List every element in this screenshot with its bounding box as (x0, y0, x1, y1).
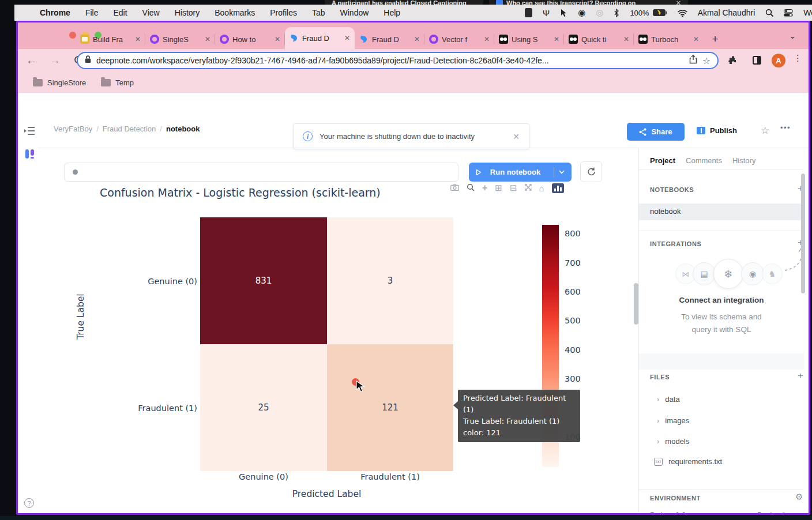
chrome-menu-icon[interactable]: ⋮ (794, 53, 802, 63)
folder-images[interactable]: › images (657, 416, 689, 425)
integrations-header: INTEGRATIONS (650, 240, 702, 247)
chevron-right-icon[interactable]: › (657, 395, 659, 404)
notebook-list-item[interactable]: notebook (639, 204, 804, 220)
connect-integration-title[interactable]: Connect an integration (650, 296, 793, 304)
address-bar[interactable]: deepnote.com/workspace/veryfatboy-2f930b… (77, 52, 719, 69)
file-requirements[interactable]: TXT requirements.txt (654, 457, 722, 466)
tab-fraud-detection-active[interactable]: Fraud D ✕ (285, 27, 355, 49)
book-app-icon[interactable] (525, 8, 532, 17)
menu-bookmarks[interactable]: Bookmarks (215, 8, 255, 17)
control-center-icon[interactable] (784, 9, 793, 17)
folder-data[interactable]: › data (657, 395, 680, 404)
profile-avatar[interactable]: A (772, 54, 785, 67)
menu-chrome[interactable]: Chrome (40, 8, 70, 17)
menu-profiles[interactable]: Profiles (270, 8, 297, 17)
zoom-out-icon[interactable]: ⊟ (510, 183, 517, 193)
machine-type[interactable]: Basic (757, 511, 787, 515)
tab-quick-ti[interactable]: Quick ti ✕ (564, 29, 634, 49)
postgres-icon: ♞ (762, 263, 783, 284)
tab-how-to[interactable]: How to ✕ (215, 29, 285, 49)
bookmark-star-icon[interactable]: ☆ (702, 55, 710, 66)
chevron-right-icon[interactable]: › (657, 437, 659, 446)
more-options-icon[interactable]: ••• (780, 123, 791, 132)
chevron-right-icon[interactable]: › (657, 416, 659, 425)
table-of-contents-icon[interactable] (24, 126, 35, 138)
favorite-star-icon[interactable]: ☆ (761, 125, 769, 137)
tab-build-fra[interactable]: Build Fra ✕ (76, 29, 145, 49)
zoom-in-icon[interactable]: ⊞ (495, 183, 502, 193)
toast-close-icon[interactable]: ✕ (513, 132, 520, 141)
back-button[interactable]: ← (26, 54, 37, 67)
reading-list-icon[interactable] (753, 56, 761, 65)
aperture-icon: ◉ (741, 262, 764, 285)
tab-close-icon[interactable]: ✕ (205, 35, 210, 43)
tab-fraud-detection-2[interactable]: Fraud D ✕ (355, 29, 424, 49)
refresh-cell-button[interactable] (580, 161, 602, 182)
cursor-status-icon[interactable] (560, 9, 567, 17)
add-file-button[interactable]: + (798, 370, 803, 382)
menu-view[interactable]: View (142, 8, 160, 17)
tab-close-icon[interactable]: ✕ (693, 35, 699, 43)
menubar-username[interactable]: Akmal Chaudhri (698, 8, 755, 17)
cell-input-bar[interactable] (64, 163, 458, 182)
menu-edit[interactable]: Edit (113, 8, 127, 17)
deepnote-logo-icon[interactable] (25, 148, 35, 162)
tab-turboch[interactable]: Turboch ✕ (634, 29, 704, 49)
bookmark-temp[interactable]: Temp (101, 78, 134, 87)
tab-close-icon[interactable]: ✕ (484, 35, 490, 43)
screen-record-icon[interactable]: ◉ (578, 7, 585, 18)
menu-file[interactable]: File (85, 8, 99, 17)
tab-using-s[interactable]: Using S ✕ (494, 29, 564, 49)
breadcrumb-page[interactable]: notebook (166, 125, 200, 133)
menu-help[interactable]: Help (384, 8, 400, 17)
publish-button[interactable]: Publish (697, 126, 737, 135)
share-button[interactable]: Share (627, 123, 685, 141)
tab-close-icon[interactable]: ✕ (344, 34, 350, 42)
url-text[interactable]: deepnote.com/workspace/veryfatboy-2f930b… (96, 56, 684, 65)
tab-close-icon[interactable]: ✕ (135, 35, 141, 43)
panel-scrollbar[interactable] (801, 174, 805, 293)
plotly-logo-icon[interactable] (552, 183, 564, 193)
bookmark-singlestore[interactable]: SingleStore (33, 78, 86, 87)
zoom-select-icon[interactable] (467, 183, 475, 193)
tab-close-icon[interactable]: ✕ (414, 35, 420, 43)
run-notebook-button[interactable]: Run notebook (469, 163, 572, 182)
autoscale-icon[interactable] (525, 184, 532, 193)
tab-close-icon[interactable]: ✕ (623, 35, 629, 43)
menu-window[interactable]: Window (340, 8, 369, 17)
wifi-icon[interactable] (678, 9, 687, 17)
heatmap-cell-tn[interactable]: 831 (200, 217, 327, 344)
environment-settings-gear-icon[interactable]: ⚙ (795, 492, 803, 502)
panel-tab-comments[interactable]: Comments (686, 156, 722, 165)
tab-vector[interactable]: Vector f ✕ (424, 29, 494, 49)
share-page-icon[interactable] (689, 55, 697, 66)
camera-icon[interactable] (450, 184, 459, 193)
tab-close-icon[interactable]: ✕ (554, 35, 559, 43)
bluetooth-icon[interactable] (614, 9, 619, 17)
tab-singlestore[interactable]: SingleS ✕ (145, 29, 215, 49)
folder-models[interactable]: › models (657, 437, 689, 446)
reset-axes-icon[interactable]: ⌂ (539, 183, 544, 193)
panel-tab-project[interactable]: Project (650, 156, 675, 165)
help-icon[interactable]: ? (24, 498, 34, 508)
heatmap-cell-tp[interactable]: 121 (327, 344, 453, 471)
bat-app-icon[interactable]: Ψ (543, 8, 550, 18)
pan-icon[interactable]: + (482, 183, 487, 193)
tab-search-chevron-icon[interactable]: ⌄ (789, 31, 796, 40)
chart-title: Confusion Matrix - Logistic Regression (… (100, 186, 381, 199)
spotlight-search-icon[interactable] (765, 9, 773, 17)
new-tab-button[interactable]: + (704, 29, 727, 49)
menu-tab[interactable]: Tab (312, 8, 325, 17)
main-scrollbar[interactable] (634, 283, 638, 325)
tab-close-icon[interactable]: ✕ (275, 35, 280, 43)
breadcrumb-project[interactable]: Fraud Detection (103, 125, 156, 133)
info-icon: i (303, 131, 313, 141)
panel-tab-history[interactable]: History (732, 156, 755, 165)
forward-button[interactable]: → (50, 54, 61, 67)
heatmap-cell-fp[interactable]: 3 (327, 217, 453, 344)
heatmap-cell-fn[interactable]: 25 (200, 344, 327, 471)
extensions-puzzle-icon[interactable] (728, 56, 738, 67)
breadcrumb-workspace[interactable]: VeryFatBoy (54, 125, 92, 133)
menu-history[interactable]: History (175, 8, 200, 17)
play-icon (476, 169, 482, 176)
